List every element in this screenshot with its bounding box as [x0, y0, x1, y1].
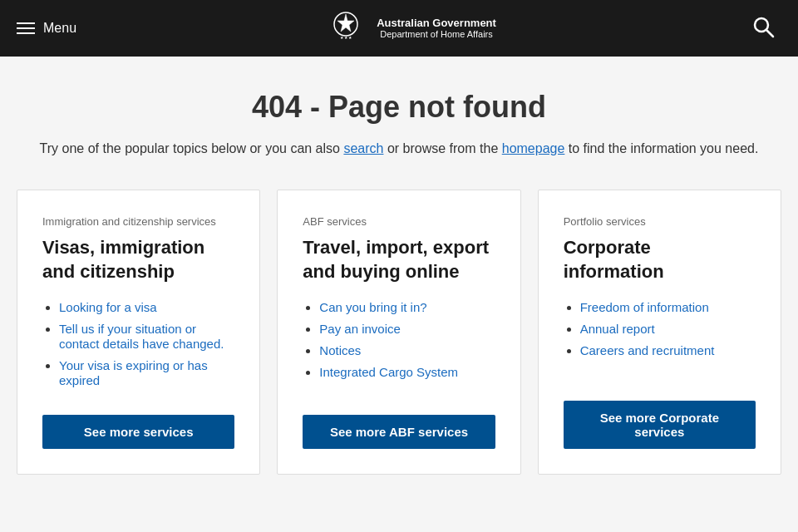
- card-category-1: ABF services: [303, 215, 495, 228]
- subtitle-suffix: to find the information you need.: [564, 141, 758, 155]
- card-links-2: Freedom of informationAnnual reportCaree…: [564, 300, 756, 381]
- card-category-0: Immigration and citizenship services: [42, 215, 234, 228]
- card-link-1-2[interactable]: Notices: [319, 343, 361, 357]
- svg-line-4: [766, 30, 773, 37]
- card-button-2[interactable]: See more Corporate services: [564, 401, 756, 449]
- card-category-2: Portfolio services: [564, 215, 756, 228]
- page-title: 404 - Page not found: [17, 90, 781, 125]
- search-button[interactable]: [745, 8, 781, 48]
- hamburger-icon: [17, 22, 35, 34]
- card-link-1-0[interactable]: Can you bring it in?: [319, 300, 426, 314]
- list-item: Can you bring it in?: [319, 300, 495, 315]
- card-2: Portfolio servicesCorporate informationF…: [538, 190, 781, 475]
- list-item: Annual report: [580, 322, 756, 337]
- card-links-1: Can you bring it in?Pay an invoiceNotice…: [303, 300, 495, 395]
- list-item: Tell us if your situation or contact det…: [59, 322, 234, 352]
- card-link-2-0[interactable]: Freedom of information: [580, 300, 709, 314]
- card-title-1: Travel, import, export and buying online: [303, 236, 495, 283]
- card-link-1-1[interactable]: Pay an invoice: [319, 322, 401, 336]
- card-link-0-2[interactable]: Your visa is expiring or has expired: [59, 358, 208, 387]
- card-link-1-3[interactable]: Integrated Cargo System: [319, 365, 458, 379]
- logo-text: Australian Government Department of Home…: [377, 17, 496, 41]
- menu-label: Menu: [43, 21, 76, 36]
- logo-dept: Department of Home Affairs: [377, 29, 496, 40]
- card-link-0-1[interactable]: Tell us if your situation or contact det…: [59, 322, 224, 351]
- list-item: Freedom of information: [580, 300, 756, 315]
- list-item: Pay an invoice: [319, 322, 495, 337]
- crest-icon: ★ ★ ★: [325, 7, 367, 49]
- card-1: ABF servicesTravel, import, export and b…: [277, 190, 520, 475]
- page-subtitle: Try one of the popular topics below or y…: [17, 141, 781, 156]
- subtitle-prefix: Try one of the popular topics below or y…: [40, 141, 344, 155]
- list-item: Your visa is expiring or has expired: [59, 358, 234, 388]
- menu-button[interactable]: Menu: [17, 21, 76, 36]
- list-item: Careers and recruitment: [580, 343, 756, 358]
- card-title-2: Corporate information: [564, 236, 756, 283]
- card-links-0: Looking for a visaTell us if your situat…: [42, 300, 234, 395]
- card-button-0[interactable]: See more services: [42, 415, 234, 449]
- card-button-1[interactable]: See more ABF services: [303, 415, 495, 449]
- list-item: Notices: [319, 343, 495, 358]
- card-title-0: Visas, immigration and citizenship: [42, 236, 234, 283]
- site-logo: ★ ★ ★ Australian Government Department o…: [325, 7, 496, 49]
- search-icon: [751, 15, 775, 38]
- card-link-2-2[interactable]: Careers and recruitment: [580, 343, 715, 357]
- card-link-2-1[interactable]: Annual report: [580, 322, 655, 336]
- subtitle-middle: or browse from the: [383, 141, 501, 155]
- homepage-link[interactable]: homepage: [502, 141, 565, 155]
- svg-marker-1: [337, 14, 354, 32]
- logo-gov: Australian Government: [377, 17, 496, 30]
- svg-text:★ ★ ★: ★ ★ ★: [340, 35, 353, 40]
- cards-grid: Immigration and citizenship servicesVisa…: [17, 190, 781, 475]
- search-link[interactable]: search: [343, 141, 383, 155]
- list-item: Integrated Cargo System: [319, 365, 495, 380]
- site-header: Menu ★ ★ ★ Australian Government Departm…: [0, 0, 798, 57]
- card-link-0-0[interactable]: Looking for a visa: [59, 300, 157, 314]
- list-item: Looking for a visa: [59, 300, 234, 315]
- main-content: 404 - Page not found Try one of the popu…: [0, 57, 798, 508]
- card-0: Immigration and citizenship servicesVisa…: [17, 190, 260, 475]
